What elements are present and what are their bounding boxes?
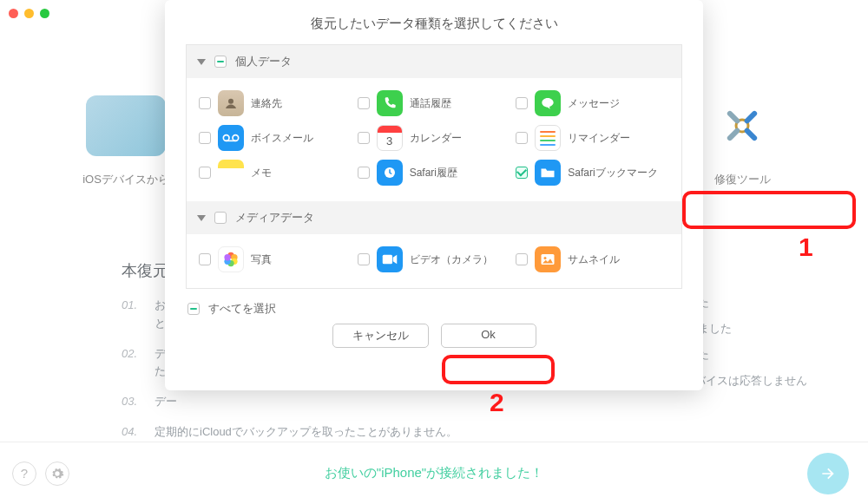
svg-point-15 [224,254,230,260]
video-icon [377,246,403,272]
checkbox[interactable] [199,253,211,265]
item-label: メモ [251,166,272,180]
section-header-media[interactable]: メディアデータ [187,201,681,234]
item-notes[interactable]: メモ [199,160,352,186]
svg-rect-3 [727,110,741,125]
step-number: 01. [122,297,144,333]
modal-title: 復元したいデータ種類を選択してください [186,16,682,32]
item-label: サムネイル [568,252,620,267]
item-photos[interactable]: 写真 [199,246,352,272]
section-checkbox-media[interactable] [214,212,227,224]
select-all-label: すべてを選択 [208,301,276,317]
bookmark-folder-icon [535,160,561,186]
checkbox[interactable] [516,132,528,144]
clock-icon [377,160,403,186]
ok-button[interactable]: Ok [441,324,536,348]
svg-rect-16 [382,255,391,265]
annotation-label-1: 1 [799,232,813,262]
svg-point-5 [228,99,233,104]
checkbox[interactable] [358,97,370,109]
checkbox[interactable] [199,97,211,109]
step-number: 03. [122,393,144,411]
chevron-down-icon [197,215,206,221]
item-messages[interactable]: メッセージ [516,90,669,116]
close-window-button[interactable] [9,9,18,18]
data-type-modal: 復元したいデータ種類を選択してください 個人データ 連絡先 通話履歴 [165,0,703,390]
phone-icon [377,90,403,116]
voicemail-icon [218,125,244,151]
ios-devices-illustration [86,95,166,156]
contacts-icon [218,90,244,116]
checkbox[interactable] [516,253,528,265]
checkbox[interactable] [199,167,211,179]
item-label: ビデオ（カメラ） [410,252,493,267]
reminders-icon [535,125,561,151]
section-checkbox-personal[interactable] [214,56,227,68]
maximize-window-button[interactable] [40,9,49,18]
minimize-window-button[interactable] [24,9,34,18]
item-label: Safariブックマーク [568,166,657,180]
settings-button[interactable] [45,461,69,486]
status-text: お使いの"iPhone"が接続されました！ [325,465,543,481]
item-contacts[interactable]: 連絡先 [199,90,352,116]
item-reminders[interactable]: リマインダー [516,125,669,151]
item-label: Safari履歴 [410,166,457,180]
item-label: カレンダー [410,131,462,146]
item-label: 通話履歴 [410,96,451,111]
checkbox[interactable] [358,253,370,265]
item-label: メッセージ [568,96,620,111]
svg-point-18 [544,257,547,259]
messages-icon [535,90,561,116]
item-safari-bookmarks[interactable]: Safariブックマーク [516,160,669,186]
help-button[interactable]: ? [12,461,36,486]
svg-rect-1 [743,110,758,125]
annotation-box-1 [682,191,856,229]
checkbox[interactable] [516,97,528,109]
section-title: メディアデータ [235,210,314,226]
personal-data-section: 個人データ 連絡先 通話履歴 メッ [186,44,682,289]
svg-point-6 [223,135,229,141]
chevron-down-icon [197,59,206,65]
item-label: 写真 [251,252,272,267]
section-title: 個人データ [235,54,292,69]
gear-icon [50,467,64,481]
item-safari-history[interactable]: Safari履歴 [358,160,511,186]
notes-icon [218,160,244,186]
svg-point-7 [233,135,239,141]
svg-rect-4 [743,127,758,141]
image-icon [535,246,561,272]
item-label: ボイスメール [251,131,313,146]
tools-illustration [702,95,782,156]
item-label: 連絡先 [251,96,282,111]
select-all-row[interactable]: すべてを選択 [186,289,682,322]
select-all-checkbox[interactable] [187,303,200,315]
calendar-icon: 3 [377,125,403,151]
item-voicemail[interactable]: ボイスメール [199,125,352,151]
section-header-personal[interactable]: 個人データ [187,45,681,78]
item-thumbnails[interactable]: サムネイル [516,246,669,272]
checkbox[interactable] [358,167,370,179]
checkbox[interactable] [199,132,211,144]
checkbox[interactable] [358,132,370,144]
cancel-button[interactable]: キャンセル [332,324,429,348]
svg-rect-2 [727,127,741,141]
item-calendar[interactable]: 3 カレンダー [358,125,511,151]
step-number: 04. [122,423,144,442]
arrow-right-icon [819,465,837,482]
item-label: リマインダー [568,131,630,146]
item-video[interactable]: ビデオ（カメラ） [358,246,511,272]
wrench-screwdriver-icon [720,104,764,147]
checkbox[interactable] [516,167,528,179]
next-button[interactable] [807,453,849,494]
footer: ? お使いの"iPhone"が接続されました！ [0,442,868,504]
item-call-history[interactable]: 通話履歴 [358,90,511,116]
photos-icon [218,246,244,272]
step-number: 02. [122,345,144,382]
